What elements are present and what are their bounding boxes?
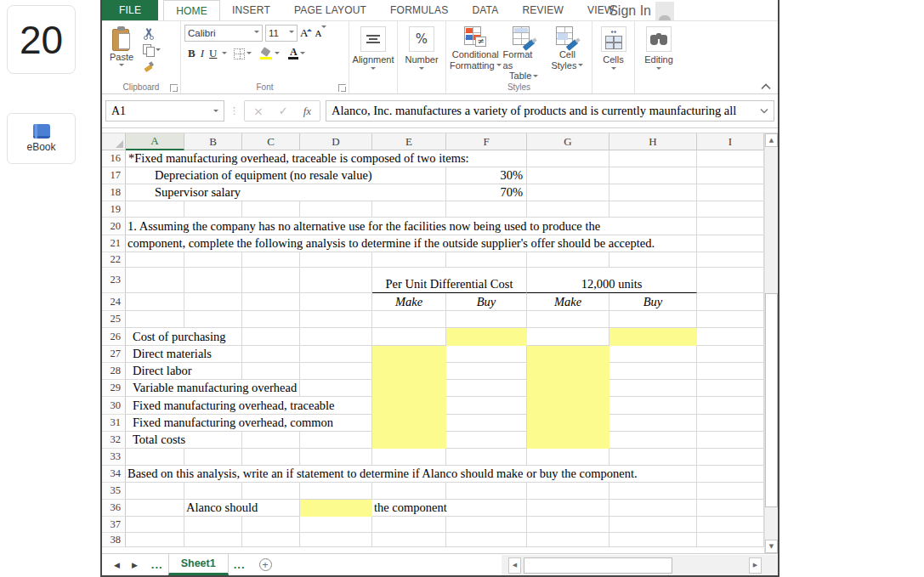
row-header-29[interactable]: 29 bbox=[102, 380, 126, 397]
cell-G17[interactable] bbox=[527, 167, 609, 184]
cell-A38[interactable] bbox=[126, 533, 184, 547]
row-header-23[interactable]: 23 bbox=[102, 268, 126, 293]
cell-H35[interactable] bbox=[609, 483, 697, 500]
font-dialog-launcher-icon[interactable] bbox=[338, 84, 346, 92]
row-header-21[interactable]: 21 bbox=[102, 235, 126, 252]
row-header-26[interactable]: 26 bbox=[102, 328, 126, 346]
cell-H28[interactable] bbox=[609, 363, 697, 380]
cancel-button[interactable]: × bbox=[253, 105, 264, 118]
ribbon-tab-formulas[interactable]: FORMULAS bbox=[378, 0, 460, 20]
cell-I16[interactable] bbox=[697, 150, 764, 167]
cell-F31[interactable] bbox=[446, 415, 527, 432]
cell-G37[interactable] bbox=[527, 517, 609, 533]
cell-H22[interactable] bbox=[609, 252, 697, 268]
alignment-button[interactable] bbox=[360, 26, 386, 52]
cell-F28[interactable] bbox=[446, 363, 527, 380]
format-as-table-button[interactable]: Format as Table bbox=[503, 25, 545, 82]
scroll-down-button[interactable]: ▼ bbox=[765, 540, 778, 553]
cell-H38[interactable] bbox=[609, 533, 697, 547]
number-format-button[interactable]: % bbox=[409, 26, 434, 52]
formula-input[interactable]: Alanco, Inc. manufactures a variety of p… bbox=[326, 100, 774, 122]
ribbon-tab-file[interactable]: FILE bbox=[102, 0, 158, 20]
cell-I37[interactable] bbox=[697, 517, 764, 533]
cell-F32[interactable] bbox=[446, 432, 527, 449]
cell-F30[interactable] bbox=[446, 397, 527, 415]
format-painter-button[interactable] bbox=[141, 59, 162, 73]
cell-H30[interactable] bbox=[609, 397, 697, 415]
vertical-scrollbar[interactable]: ▲ ▼ bbox=[764, 133, 778, 553]
cell-I26[interactable] bbox=[697, 328, 764, 346]
clipboard-dialog-launcher-icon[interactable] bbox=[170, 84, 178, 92]
next-sheet-button[interactable]: ▶ bbox=[132, 561, 138, 569]
cell-E26[interactable] bbox=[372, 328, 446, 346]
cell-A32[interactable]: Total costs bbox=[126, 432, 242, 449]
cell-H32[interactable] bbox=[609, 432, 697, 449]
ribbon-tab-data[interactable]: DATA bbox=[460, 0, 510, 20]
name-box[interactable]: A1 bbox=[105, 100, 224, 122]
row-header-34[interactable]: 34 bbox=[102, 466, 126, 483]
horizontal-scroll-thumb[interactable] bbox=[524, 557, 672, 574]
cell-A28[interactable]: Direct labor bbox=[126, 363, 242, 380]
cell-D28[interactable] bbox=[300, 363, 372, 380]
cell-F38[interactable] bbox=[446, 533, 527, 547]
cell-A17[interactable]: Depreciation of equipment (no resale val… bbox=[126, 167, 446, 184]
shrink-font-button[interactable]: A bbox=[315, 28, 326, 38]
scroll-up-button[interactable]: ▲ bbox=[765, 133, 778, 147]
alignment-group[interactable]: Alignment bbox=[349, 21, 398, 93]
cell-I18[interactable] bbox=[697, 184, 764, 201]
cell-B37[interactable] bbox=[184, 517, 242, 533]
cell-F35[interactable] bbox=[446, 483, 527, 500]
cell-I25[interactable] bbox=[697, 311, 764, 328]
cell-C32[interactable] bbox=[242, 432, 300, 449]
cell-A23[interactable] bbox=[126, 268, 184, 293]
cell-F22[interactable] bbox=[446, 252, 527, 268]
vertical-scroll-track[interactable] bbox=[765, 147, 778, 540]
scroll-right-button[interactable]: ▶ bbox=[749, 557, 762, 574]
cell-A37[interactable] bbox=[126, 517, 184, 533]
cell-A29[interactable]: Variable manufacturing overhead bbox=[126, 380, 300, 397]
cell-C19[interactable] bbox=[242, 201, 300, 218]
cell-G27[interactable] bbox=[527, 346, 609, 363]
cell-F17[interactable]: 30% bbox=[446, 167, 527, 184]
column-header-G[interactable]: G bbox=[527, 133, 609, 150]
cell-I32[interactable] bbox=[697, 432, 764, 449]
cell-D35[interactable] bbox=[300, 483, 372, 500]
borders-button[interactable] bbox=[232, 48, 253, 60]
cell-D33[interactable] bbox=[300, 449, 372, 466]
cell-G18[interactable] bbox=[527, 184, 609, 201]
cell-A36[interactable] bbox=[126, 500, 184, 517]
cell-D19[interactable] bbox=[300, 201, 372, 218]
cell-E37[interactable] bbox=[372, 517, 446, 533]
cell-F33[interactable] bbox=[446, 449, 527, 466]
cell-D27[interactable] bbox=[300, 346, 372, 363]
grow-font-button[interactable]: A bbox=[300, 26, 312, 40]
column-header-D[interactable]: D bbox=[300, 133, 372, 150]
cell-D23[interactable] bbox=[300, 268, 372, 293]
cell-I29[interactable] bbox=[697, 380, 764, 397]
cell-F25[interactable] bbox=[446, 311, 527, 328]
cell-I31[interactable] bbox=[697, 415, 764, 432]
cell-A34[interactable]: Based on this analysis, write an if stat… bbox=[126, 466, 697, 483]
cell-I17[interactable] bbox=[697, 167, 764, 184]
cell-H19[interactable] bbox=[609, 201, 697, 218]
select-all-corner[interactable] bbox=[102, 133, 126, 150]
cell-A35[interactable] bbox=[126, 483, 184, 500]
column-header-E[interactable]: E bbox=[372, 133, 446, 150]
cell-F26[interactable] bbox=[446, 328, 527, 346]
column-header-F[interactable]: F bbox=[446, 133, 527, 150]
cell-F24[interactable]: Buy bbox=[446, 293, 527, 311]
ribbon-tab-insert[interactable]: INSERT bbox=[220, 0, 282, 20]
cell-E36[interactable]: the component bbox=[372, 500, 527, 517]
scroll-left-button[interactable]: ◀ bbox=[508, 557, 521, 574]
row-header-17[interactable]: 17 bbox=[102, 167, 126, 184]
bold-button[interactable]: B bbox=[188, 47, 196, 60]
column-header-H[interactable]: H bbox=[609, 133, 697, 150]
cell-E30[interactable] bbox=[372, 397, 446, 415]
column-header-B[interactable]: B bbox=[184, 133, 242, 150]
row-header-20[interactable]: 20 bbox=[102, 218, 126, 235]
cell-G16[interactable] bbox=[527, 150, 609, 167]
cell-A30[interactable]: Fixed manufacturing overhead, traceable bbox=[126, 397, 372, 415]
underline-button[interactable]: U bbox=[209, 47, 217, 60]
collapse-ribbon-button[interactable] bbox=[761, 83, 771, 90]
conditional-formatting-button[interactable]: ≠ Conditional Formatting bbox=[450, 25, 502, 82]
